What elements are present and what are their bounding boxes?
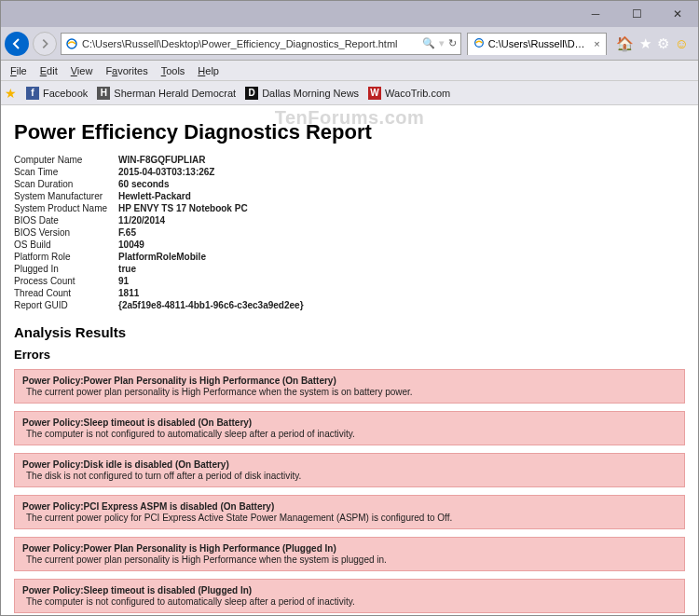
meta-key: Plugged In: [14, 263, 113, 275]
meta-key: System Product Name: [14, 202, 113, 214]
meta-value: F.65: [113, 226, 308, 239]
home-icon[interactable]: 🏠: [616, 35, 634, 52]
meta-row: BIOS Date11/20/2014: [14, 214, 309, 226]
browser-tab[interactable]: C:\Users\Russell\Desktop\P... ×: [467, 33, 607, 55]
meta-key: OS Build: [14, 239, 113, 251]
close-button[interactable]: ✕: [657, 1, 698, 27]
fav-sherman[interactable]: HSherman Herald Democrat: [97, 87, 236, 100]
analysis-heading: Analysis Results: [14, 324, 685, 340]
maximize-button[interactable]: ☐: [616, 1, 657, 27]
minimize-button[interactable]: ─: [575, 1, 616, 27]
error-item: Power Policy:Disk idle is disabled (On B…: [14, 453, 685, 487]
error-title: Power Policy:Power Plan Personality is H…: [22, 376, 677, 386]
error-desc: The current power policy for PCI Express…: [22, 513, 677, 523]
nav-right-icons: 🏠 ★ ⚙ ☺: [610, 35, 694, 52]
error-item: Power Policy:Power Plan Personality is H…: [14, 369, 685, 404]
meta-value: 11/20/2014: [113, 214, 308, 226]
errors-heading: Errors: [14, 348, 685, 362]
meta-key: Process Count: [14, 275, 113, 287]
error-title: Power Policy:Power Plan Personality is H…: [22, 543, 677, 554]
search-icon[interactable]: 🔍: [422, 37, 435, 49]
nav-toolbar: 🔍 ▾ ↻ C:\Users\Russell\Desktop\P... × 🏠 …: [1, 27, 698, 61]
error-item: Power Policy:Power Plan Personality is H…: [14, 537, 685, 571]
menu-help[interactable]: Help: [192, 63, 225, 78]
meta-row: Process Count91: [14, 275, 309, 287]
meta-table: Computer NameWIN-F8GQFUPLIARScan Time201…: [14, 154, 309, 311]
smiley-icon[interactable]: ☺: [675, 35, 689, 51]
meta-value: 60 seconds: [113, 178, 308, 190]
facebook-icon: f: [26, 87, 39, 100]
sherman-icon: H: [97, 87, 110, 100]
meta-key: BIOS Date: [14, 214, 113, 226]
address-input[interactable]: [82, 38, 422, 49]
meta-value: 10049: [113, 239, 308, 251]
meta-key: Platform Role: [14, 251, 113, 263]
menu-file[interactable]: File: [5, 63, 33, 78]
error-title: Power Policy:Disk idle is disabled (On B…: [22, 459, 677, 470]
favorites-bar: ★ fFacebook HSherman Herald Democrat DDa…: [1, 81, 698, 105]
favorites-star-icon[interactable]: ★: [639, 35, 651, 52]
meta-row: Scan Duration60 seconds: [14, 178, 309, 190]
meta-value: true: [113, 263, 308, 275]
meta-key: BIOS Version: [14, 226, 113, 239]
meta-value: Hewlett-Packard: [113, 190, 308, 202]
add-favorite-icon[interactable]: ★: [5, 86, 17, 101]
errors-list: Power Policy:Power Plan Personality is H…: [14, 369, 685, 613]
titlebar: ─ ☐ ✕: [1, 1, 698, 27]
settings-gear-icon[interactable]: ⚙: [657, 35, 669, 52]
meta-row: Plugged Intrue: [14, 263, 309, 275]
meta-row: Computer NameWIN-F8GQFUPLIAR: [14, 154, 309, 166]
menu-view[interactable]: View: [65, 63, 99, 78]
meta-row: BIOS VersionF.65: [14, 226, 309, 239]
meta-value: HP ENVY TS 17 Notebook PC: [113, 202, 308, 214]
error-desc: The current power plan personality is Hi…: [22, 387, 677, 397]
refresh-icon[interactable]: ↻: [448, 37, 457, 49]
ie-page-icon: [473, 37, 485, 50]
error-desc: The computer is not configured to automa…: [22, 596, 677, 607]
menu-favorites[interactable]: Favorites: [100, 63, 153, 78]
address-bar[interactable]: 🔍 ▾ ↻: [61, 33, 461, 55]
fav-dallas[interactable]: DDallas Morning News: [245, 87, 359, 100]
browser-window: ─ ☐ ✕ 🔍 ▾ ↻ C:\Users\Russell\Desktop\P..…: [0, 0, 699, 616]
page-content[interactable]: Power Efficiency Diagnostics Report Comp…: [1, 105, 698, 615]
menu-bar: File Edit View Favorites Tools Help: [1, 61, 698, 81]
error-title: Power Policy:Sleep timeout is disabled (…: [22, 418, 677, 428]
meta-row: Thread Count1811: [14, 287, 309, 299]
meta-key: Thread Count: [14, 287, 113, 299]
error-title: Power Policy:Sleep timeout is disabled (…: [22, 585, 677, 595]
tab-strip: C:\Users\Russell\Desktop\P... ×: [467, 33, 607, 55]
error-desc: The computer is not configured to automa…: [22, 429, 677, 439]
meta-value: {2a5f19e8-4811-4bb1-96c6-c3ec3a9ed2ee}: [113, 299, 308, 311]
forward-button[interactable]: [33, 32, 57, 56]
tab-title: C:\Users\Russell\Desktop\P...: [488, 38, 591, 49]
meta-key: Report GUID: [14, 299, 113, 311]
forward-arrow-icon: [39, 38, 50, 49]
waco-icon: W: [368, 87, 381, 100]
tab-close-icon[interactable]: ×: [594, 38, 599, 49]
error-desc: The current power plan personality is Hi…: [22, 554, 677, 565]
meta-row: OS Build10049: [14, 239, 309, 251]
error-title: Power Policy:PCI Express ASPM is disable…: [22, 501, 677, 512]
meta-key: Scan Time: [14, 166, 113, 178]
back-button[interactable]: [5, 32, 29, 56]
meta-value: 1811: [113, 287, 308, 299]
meta-row: System Product NameHP ENVY TS 17 Noteboo…: [14, 202, 309, 214]
meta-value: WIN-F8GQFUPLIAR: [113, 154, 308, 166]
meta-row: Scan Time2015-04-03T03:13:26Z: [14, 166, 309, 178]
meta-row: Platform RolePlatformRoleMobile: [14, 251, 309, 263]
back-arrow-icon: [10, 37, 23, 50]
meta-value: 91: [113, 275, 308, 287]
fav-waco[interactable]: WWacoTrib.com: [368, 87, 450, 100]
error-item: Power Policy:Sleep timeout is disabled (…: [14, 411, 685, 445]
meta-value: PlatformRoleMobile: [113, 251, 308, 263]
fav-facebook[interactable]: fFacebook: [26, 87, 88, 100]
meta-row: System ManufacturerHewlett-Packard: [14, 190, 309, 202]
meta-key: Scan Duration: [14, 178, 113, 190]
ie-page-icon: [65, 37, 78, 50]
menu-edit[interactable]: Edit: [34, 63, 63, 78]
meta-key: System Manufacturer: [14, 190, 113, 202]
meta-key: Computer Name: [14, 154, 113, 166]
menu-tools[interactable]: Tools: [156, 63, 191, 78]
error-item: Power Policy:PCI Express ASPM is disable…: [14, 495, 685, 529]
meta-row: Report GUID{2a5f19e8-4811-4bb1-96c6-c3ec…: [14, 299, 309, 311]
